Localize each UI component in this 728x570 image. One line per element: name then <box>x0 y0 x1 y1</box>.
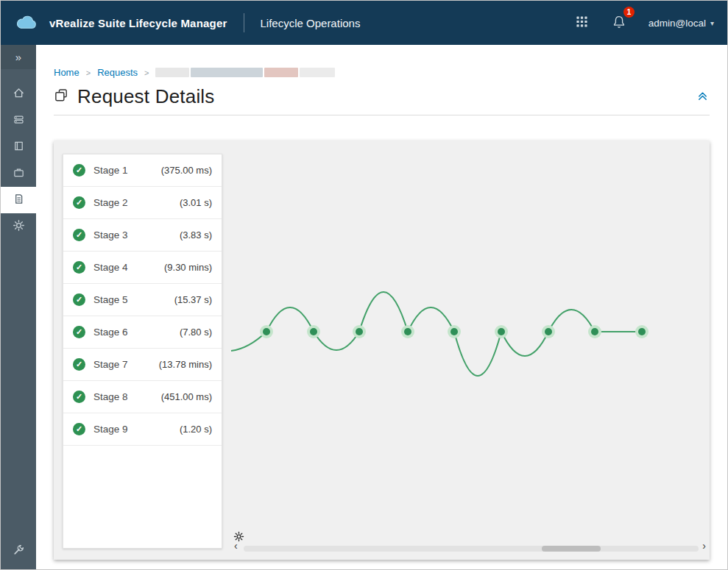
stage-node[interactable] <box>588 325 601 338</box>
sidebar-item-support[interactable] <box>1 538 36 563</box>
horizontal-scrollbar[interactable] <box>244 546 699 552</box>
app-window: vRealize Suite Lifecycle Manager Lifecyc… <box>0 0 728 570</box>
gear-icon <box>13 219 25 235</box>
stage-flow-graph <box>54 140 711 560</box>
document-icon <box>13 193 25 208</box>
double-chevron-up-icon <box>697 90 708 104</box>
stage-node[interactable] <box>260 325 273 338</box>
sidebar-expand-button[interactable]: » <box>1 45 36 69</box>
stage-node[interactable] <box>635 325 649 338</box>
sidebar-item-content[interactable] <box>1 134 36 160</box>
sidebar-items <box>1 81 36 240</box>
stage-node[interactable] <box>307 325 320 338</box>
sidebar-item-settings[interactable] <box>1 213 36 240</box>
request-details-icon <box>54 88 69 106</box>
sidebar-item-requests[interactable] <box>1 187 36 213</box>
header-divider <box>244 13 244 32</box>
redacted-block <box>191 68 263 77</box>
breadcrumb-separator: > <box>86 68 91 77</box>
title-divider <box>54 115 710 115</box>
scrollbar-thumb[interactable] <box>542 546 601 552</box>
app-grid-icon <box>576 15 588 30</box>
wrench-icon <box>13 544 25 559</box>
brand: vRealize Suite Lifecycle Manager Lifecyc… <box>14 13 360 32</box>
breadcrumb-redacted-request-name <box>155 68 335 77</box>
page-title-row: Request Details <box>54 85 710 108</box>
main-content: Home > Requests > Request Details <box>36 45 727 569</box>
app-header: vRealize Suite Lifecycle Manager Lifecyc… <box>1 1 727 45</box>
stage-node[interactable] <box>542 325 555 338</box>
redacted-block <box>155 68 189 77</box>
stage-node[interactable] <box>401 325 414 338</box>
sidebar-item-home[interactable] <box>1 81 36 107</box>
breadcrumb-home-link[interactable]: Home <box>54 67 79 78</box>
collapse-section-button[interactable] <box>696 89 710 105</box>
breadcrumb: Home > Requests > <box>54 67 710 78</box>
notifications-button[interactable]: 1 <box>610 13 628 33</box>
vmware-cloud-logo-icon <box>14 15 40 32</box>
briefcase-icon <box>13 166 25 182</box>
stage-node[interactable] <box>495 325 508 338</box>
page-title: Request Details <box>77 85 215 108</box>
scroll-right-arrow[interactable]: › <box>702 541 706 551</box>
breadcrumb-separator: > <box>144 68 149 77</box>
home-icon <box>13 87 25 102</box>
sidebar-item-datacenters[interactable] <box>1 107 36 134</box>
flow-path <box>231 292 642 376</box>
chevron-down-icon: ▾ <box>710 19 714 27</box>
stage-node[interactable] <box>353 325 366 338</box>
double-chevron-right-icon: » <box>15 51 21 63</box>
section-title: Lifecycle Operations <box>261 17 361 29</box>
sidebar-item-marketplace[interactable] <box>1 160 36 187</box>
notification-badge: 1 <box>623 7 635 18</box>
redacted-block <box>264 68 298 77</box>
user-menu[interactable]: admin@local ▾ <box>649 18 714 29</box>
request-visualization-panel: ✓ Stage 1 (375.00 ms) ✓ Stage 2 (3.01 s)… <box>54 140 710 560</box>
book-icon <box>13 140 25 155</box>
bell-icon <box>612 15 626 32</box>
header-actions: 1 admin@local ▾ <box>574 13 714 33</box>
sidebar: » <box>1 45 36 569</box>
product-title: vRealize Suite Lifecycle Manager <box>49 17 227 29</box>
scroll-left-arrow[interactable]: ‹ <box>234 541 238 551</box>
redacted-block <box>300 68 335 77</box>
stage-node[interactable] <box>448 325 461 338</box>
server-stack-icon <box>13 113 25 129</box>
breadcrumb-requests-link[interactable]: Requests <box>97 67 138 78</box>
app-switcher-button[interactable] <box>574 14 590 32</box>
user-name: admin@local <box>649 18 706 29</box>
